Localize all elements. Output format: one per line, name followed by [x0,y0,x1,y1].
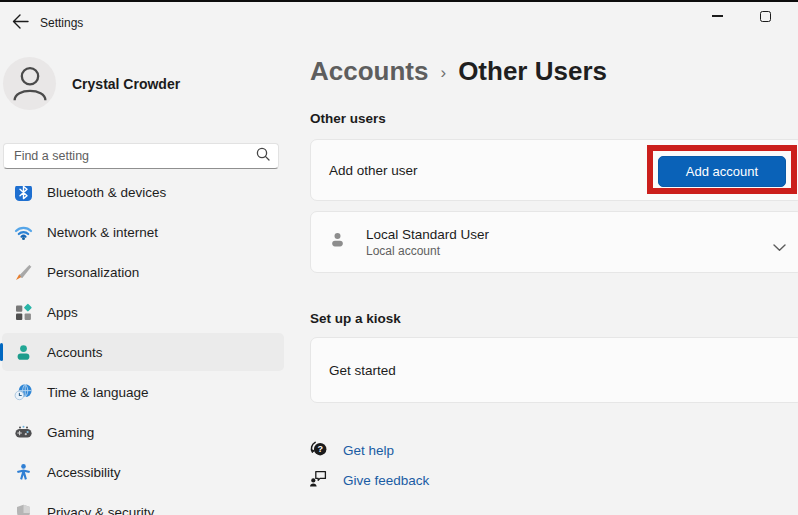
sidebar-item-privacy-security[interactable]: Privacy & security [2,493,284,515]
svg-text:?: ? [317,444,323,454]
window-top-edge [0,0,798,2]
add-other-user-label: Add other user [329,163,418,178]
globe-clock-icon [14,383,33,402]
arrow-left-icon [12,14,29,33]
sidebar-item-network-internet[interactable]: Network & internet [2,213,284,251]
person-icon [14,343,33,362]
sidebar-item-label: Accessibility [47,465,121,480]
sidebar-item-label: Time & language [47,385,149,400]
help-icon: ? [309,439,328,462]
avatar[interactable] [3,57,56,110]
minimize-button[interactable] [694,2,740,30]
sidebar-item-apps[interactable]: Apps [2,293,284,331]
maximize-icon [760,11,771,22]
local-user-subtitle: Local account [366,243,489,259]
back-button[interactable] [6,10,34,36]
sidebar-item-personalization[interactable]: Personalization [2,253,284,291]
sidebar-item-bluetooth-devices[interactable]: Bluetooth & devices [2,186,284,211]
wifi-icon [14,223,33,242]
sidebar-item-label: Accounts [47,345,103,360]
minimize-icon [712,15,723,17]
other-users-heading: Other users [310,111,386,126]
sidebar-item-label: Privacy & security [47,505,154,515]
search-icon [256,147,270,165]
give-feedback-link[interactable]: Give feedback [309,469,429,492]
kiosk-get-started-row[interactable]: Get started [310,337,798,403]
profile-name: Crystal Crowder [72,76,180,92]
kiosk-heading: Set up a kiosk [310,311,401,326]
search-box[interactable] [3,143,279,169]
get-help-label: Get help [343,443,394,458]
selected-accent-pill [0,343,3,361]
person-outline-icon [5,57,55,111]
sidebar-item-gaming[interactable]: Gaming [2,413,284,451]
get-started-label: Get started [329,363,396,378]
local-user-row[interactable]: Local Standard User Local account [310,211,798,273]
sidebar-item-label: Gaming [47,425,94,440]
sidebar-item-label: Personalization [47,265,139,280]
search-input[interactable] [14,149,256,163]
chevron-down-icon[interactable] [773,238,786,256]
add-account-button[interactable]: Add account [658,156,786,187]
sidebar-item-accounts[interactable]: Accounts [2,333,284,371]
breadcrumb-accounts[interactable]: Accounts [310,56,428,87]
maximize-button[interactable] [742,2,788,30]
sidebar-item-time-language[interactable]: Time & language [2,373,284,411]
brush-icon [14,263,33,282]
breadcrumb: Accounts › Other Users [310,56,607,87]
app-title: Settings [40,16,83,30]
page-title: Other Users [458,56,607,87]
give-feedback-label: Give feedback [343,473,429,488]
bluetooth-icon [14,186,33,202]
shield-icon [14,503,33,515]
sidebar-item-label: Network & internet [47,225,158,240]
user-silhouette-icon [329,231,346,254]
sidebar-item-label: Apps [47,305,78,320]
sidebar-nav: Bluetooth & devices Network & internet P… [0,186,290,515]
breadcrumb-separator-icon: › [440,60,446,83]
local-user-title: Local Standard User [366,226,489,243]
sidebar-item-label: Bluetooth & devices [47,186,166,200]
get-help-link[interactable]: ? Get help [309,439,394,462]
apps-grid-icon [14,303,33,322]
sidebar-item-accessibility[interactable]: Accessibility [2,453,284,491]
feedback-icon [309,469,328,492]
gamepad-icon [14,423,33,442]
accessibility-icon [14,463,33,482]
